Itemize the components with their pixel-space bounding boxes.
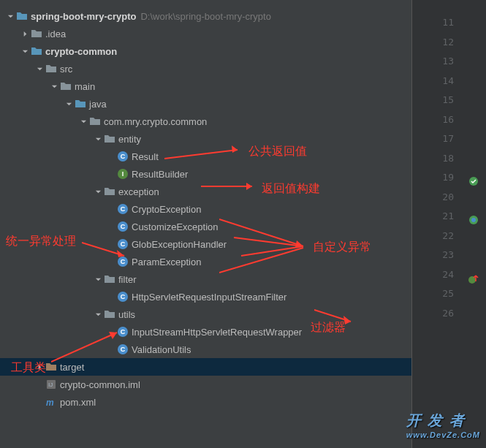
gutter-mark-icon[interactable] (468, 175, 479, 187)
project-root-path: D:\work\spring-boot-mry-crypto (140, 11, 270, 22)
chevron-right-icon[interactable] (35, 362, 44, 371)
excluded-folder-icon (45, 361, 57, 373)
svg-text:C: C (121, 240, 126, 248)
line-number: 24 (412, 265, 454, 285)
chevron-down-icon[interactable] (64, 99, 73, 108)
interface-icon: I (117, 168, 129, 180)
tree-label: GlobExceptionHandler (132, 239, 227, 250)
editor-gutter: 11121314151617181920212223242526 (411, 0, 486, 448)
tree-item-http-filter[interactable]: C HttpServletRequestInputStreamFilter (0, 288, 411, 305)
class-icon: C (117, 151, 129, 162)
line-number: 14 (412, 72, 454, 91)
folder-icon (16, 10, 28, 22)
tree-item-main[interactable]: main (0, 77, 411, 95)
tree-label: ParamException (132, 257, 201, 267)
line-number: 18 (412, 149, 454, 169)
package-icon (89, 115, 101, 127)
class-icon: C (117, 221, 129, 232)
tree-item-pom[interactable]: m pom.xml (0, 393, 411, 411)
tree-label: CustomizeException (132, 221, 219, 232)
tree-item-src[interactable]: src (0, 60, 411, 77)
tree-label: ValidationUtils (132, 344, 191, 355)
class-icon: C (117, 256, 129, 267)
chevron-right-icon[interactable] (20, 29, 29, 38)
line-number: 11 (412, 13, 454, 33)
project-root-row[interactable]: spring-boot-mry-crypto D:\work\spring-bo… (0, 7, 411, 25)
tree-item-idea[interactable]: .idea (0, 25, 411, 42)
maven-file-icon: m (45, 396, 57, 408)
line-number: 20 (412, 188, 454, 208)
tree-label: main (75, 81, 95, 92)
line-number: 21 (412, 207, 454, 227)
gutter-mark-icon[interactable] (468, 273, 479, 284)
tree-label: filter (118, 274, 137, 285)
tree-label: target (60, 362, 84, 373)
folder-icon (45, 63, 57, 75)
svg-text:m: m (46, 398, 54, 408)
line-number: 22 (412, 227, 454, 246)
chevron-down-icon[interactable] (94, 275, 102, 284)
tree-label: utils (118, 309, 135, 320)
tree-item-iml[interactable]: IJ crypto-common.iml (0, 376, 411, 393)
chevron-down-icon[interactable] (20, 47, 29, 56)
tree-item-customize-exception[interactable]: C CustomizeException (0, 218, 411, 235)
tree-item-utils[interactable]: utils (0, 305, 411, 323)
tree-item-crypto-common[interactable]: crypto-common (0, 42, 411, 60)
chevron-down-icon[interactable] (94, 134, 102, 143)
line-number: 25 (412, 284, 454, 304)
tree-item-validation-utils[interactable]: C ValidationUtils (0, 341, 411, 358)
project-tree-panel: spring-boot-mry-crypto D:\work\spring-bo… (0, 0, 411, 448)
tree-item-package[interactable]: com.mry.crypto.common (0, 113, 411, 130)
tree-item-filter[interactable]: filter (0, 270, 411, 288)
chevron-down-icon[interactable] (6, 12, 15, 20)
tree-item-result[interactable]: C Result (0, 148, 411, 165)
line-number: 12 (412, 33, 454, 53)
tree-label: InputStreamHttpServletRequestWrapper (132, 327, 302, 338)
package-icon (104, 273, 115, 285)
line-number: 19 (412, 168, 454, 188)
chevron-down-icon[interactable] (94, 187, 102, 196)
chevron-down-icon[interactable] (94, 310, 102, 319)
chevron-down-icon[interactable] (35, 64, 44, 73)
tree-label: entity (118, 134, 141, 145)
watermark-main: 开 发 者 (406, 412, 466, 428)
gutter-icons (464, 0, 486, 448)
tree-label: CryptoException (132, 204, 201, 215)
line-number: 16 (412, 110, 454, 130)
tree-item-exception[interactable]: exception (0, 183, 411, 200)
tree-item-entity[interactable]: entity (0, 130, 411, 148)
class-icon: C (117, 203, 129, 215)
watermark: 开 发 者 www.DevZe.CoM (406, 411, 480, 439)
gutter-mark-icon[interactable] (468, 214, 479, 226)
tree-label: .idea (45, 29, 66, 39)
folder-icon (31, 28, 42, 39)
chevron-down-icon[interactable] (79, 117, 88, 126)
svg-text:C: C (121, 258, 126, 265)
package-icon (104, 186, 115, 197)
chevron-down-icon[interactable] (50, 82, 58, 91)
source-folder-icon (75, 98, 86, 110)
tree-item-glob-exception-handler[interactable]: C GlobExceptionHandler (0, 235, 411, 253)
tree-label: HttpServletRequestInputStreamFilter (132, 292, 286, 303)
line-number: 26 (412, 304, 454, 324)
folder-icon (31, 45, 42, 57)
tree-label: crypto-common.iml (60, 379, 140, 390)
tree-label: exception (118, 186, 159, 197)
tree-item-java[interactable]: java (0, 95, 411, 113)
line-number: 15 (412, 91, 454, 110)
tree-label: crypto-common (45, 46, 117, 57)
tree-label: com.mry.crypto.common (104, 116, 207, 127)
tree-item-result-builder[interactable]: I ResultBuilder (0, 165, 411, 183)
tree-item-param-exception[interactable]: C ParamException (0, 253, 411, 270)
tree-label: ResultBuilder (132, 169, 188, 180)
svg-text:C: C (121, 328, 126, 335)
class-icon: C (117, 291, 129, 303)
tree-item-target[interactable]: target (0, 358, 411, 376)
tree-label: Result (132, 151, 159, 162)
line-number: 13 (412, 52, 454, 72)
svg-text:IJ: IJ (48, 381, 53, 388)
tree-item-crypto-exception[interactable]: C CryptoException (0, 200, 411, 218)
tree-label: java (89, 99, 107, 110)
tree-label: src (60, 64, 72, 75)
tree-item-input-stream-wrapper[interactable]: C InputStreamHttpServletRequestWrapper (0, 323, 411, 341)
